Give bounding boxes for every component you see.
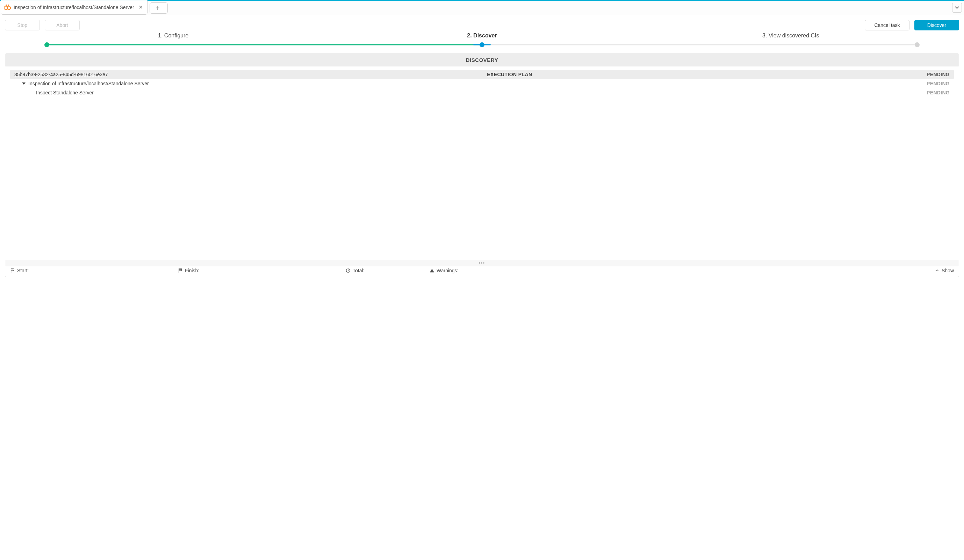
- show-toggle[interactable]: Show: [935, 268, 954, 273]
- step-node-1[interactable]: [44, 42, 49, 47]
- execution-plan-label: EXECUTION PLAN: [108, 72, 911, 77]
- wizard-track: [47, 42, 917, 47]
- tree-row[interactable]: Inspect Standalone Server PENDING: [10, 88, 954, 97]
- svg-rect-3: [180, 269, 181, 270]
- status-warnings: Warnings:: [430, 268, 459, 273]
- checkered-flag-icon: [178, 268, 183, 273]
- execution-plan-status: PENDING: [911, 72, 950, 77]
- status-finish: Finish:: [178, 268, 325, 273]
- discovery-panel: DISCOVERY 35b97b39-2532-4a25-845d-698160…: [5, 54, 959, 277]
- tab-bar: Inspection of Infrastructure/localhost/S…: [0, 1, 964, 15]
- cancel-task-button[interactable]: Cancel task: [865, 20, 909, 31]
- step-view-cis[interactable]: 3. View discovered CIs: [637, 33, 945, 39]
- svg-rect-4: [180, 270, 180, 270]
- warning-icon: [430, 268, 435, 273]
- wizard-steps: 1. Configure 2. Discover 3. View discove…: [0, 31, 964, 54]
- panel-body: 35b97b39-2532-4a25-845d-69816016e3e7 EXE…: [5, 67, 959, 260]
- chevron-down-icon[interactable]: [22, 83, 26, 85]
- svg-rect-5: [181, 270, 182, 270]
- step-configure[interactable]: 1. Configure: [19, 33, 327, 39]
- abort-button[interactable]: Abort: [45, 20, 80, 31]
- clock-icon: [346, 268, 350, 273]
- stop-button[interactable]: Stop: [5, 20, 40, 31]
- flag-icon: [10, 268, 15, 273]
- step-node-3[interactable]: [915, 42, 920, 47]
- panel-title: DISCOVERY: [5, 54, 959, 67]
- tree-row-status: PENDING: [911, 81, 950, 86]
- svg-rect-2: [179, 269, 180, 270]
- status-start: Start:: [10, 268, 157, 273]
- execution-plan-id: 35b97b39-2532-4a25-845d-69816016e3e7: [14, 72, 108, 77]
- tab-overflow-button[interactable]: [952, 3, 962, 13]
- svg-rect-8: [432, 272, 432, 272]
- step-discover[interactable]: 2. Discover: [327, 33, 636, 39]
- tab-title: Inspection of Infrastructure/localhost/S…: [14, 5, 134, 10]
- binoculars-icon: [4, 5, 11, 10]
- plus-icon: +: [156, 4, 160, 12]
- step-node-2[interactable]: [480, 42, 484, 47]
- tree-row-label: Inspect Standalone Server: [36, 90, 94, 95]
- chevron-down-icon: [955, 6, 959, 10]
- status-bar: Start: Finish: Total: Warnings:: [5, 266, 959, 277]
- tree-row-label: Inspection of Infrastructure/localhost/S…: [28, 81, 149, 86]
- tree-row[interactable]: Inspection of Infrastructure/localhost/S…: [10, 79, 954, 88]
- execution-plan-row[interactable]: 35b97b39-2532-4a25-845d-69816016e3e7 EXE…: [10, 70, 954, 79]
- tree-row-status: PENDING: [911, 90, 950, 95]
- svg-rect-7: [432, 270, 432, 271]
- new-tab-button[interactable]: +: [150, 2, 168, 14]
- toolbar: Stop Abort Cancel task Discover: [0, 15, 964, 31]
- status-total: Total:: [346, 268, 409, 273]
- close-icon[interactable]: ×: [139, 5, 142, 10]
- tab-active[interactable]: Inspection of Infrastructure/localhost/S…: [1, 0, 148, 15]
- discover-button[interactable]: Discover: [914, 20, 959, 31]
- drag-handle[interactable]: •••: [5, 260, 959, 266]
- chevron-up-icon: [935, 268, 940, 273]
